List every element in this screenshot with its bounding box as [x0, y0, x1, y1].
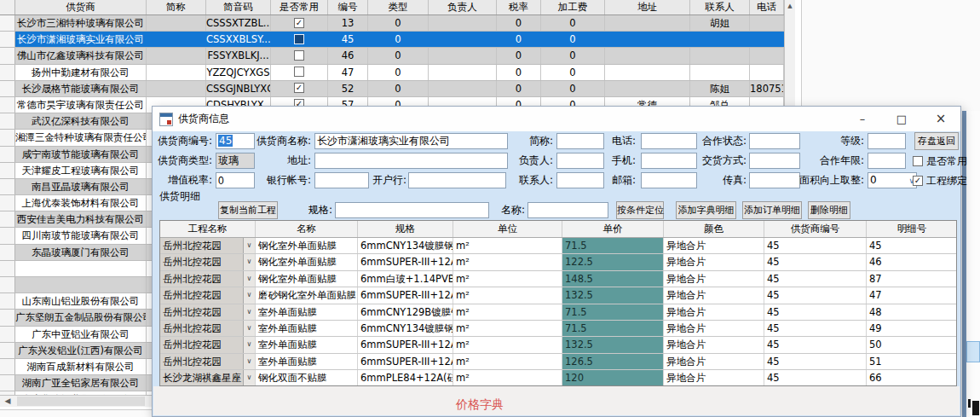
- common-checkbox-icon[interactable]: [294, 34, 304, 44]
- detail-column-header-spec[interactable]: 规格: [358, 221, 453, 237]
- combo-dropdown-icon[interactable]: ∨: [243, 271, 255, 287]
- delivery-method-field[interactable]: [749, 153, 800, 169]
- grade-field[interactable]: [868, 133, 906, 149]
- dialog-titlebar[interactable]: 供货商信息 – □ ×: [153, 107, 960, 131]
- detail-cell-project[interactable]: 岳州北控花园∨: [160, 321, 256, 336]
- column-header-8[interactable]: 加工费: [541, 0, 605, 14]
- detail-cell-project[interactable]: 岳州北控花园∨: [160, 254, 256, 269]
- column-header-7[interactable]: 税率: [497, 0, 541, 14]
- email-field[interactable]: [641, 172, 697, 188]
- address-label: 地址:: [280, 154, 311, 167]
- column-header-5[interactable]: 类型: [368, 0, 429, 14]
- cell-10: 胡姐: [690, 15, 750, 31]
- common-checkbox-icon[interactable]: [294, 50, 304, 61]
- detail-row[interactable]: 岳州北控花园∨钢化室外单面贴膜6mm白玻+1.14PVB+6mm...m²148…: [160, 271, 956, 287]
- locate-by-condition-button[interactable]: 按条件定位: [616, 201, 664, 219]
- detail-column-header-supplier-id[interactable]: 供货商编号: [764, 221, 867, 237]
- combo-dropdown-icon[interactable]: ∨: [243, 321, 255, 336]
- delete-detail-button[interactable]: 删除明细: [808, 201, 850, 219]
- detail-cell-project[interactable]: 岳州北控花园∨: [160, 271, 256, 287]
- vat-rate-field[interactable]: [216, 172, 255, 188]
- detail-row[interactable]: 岳州北控花园∨磨砂钢化室外单面贴膜6mmSUPER-III+12A(硅...m²…: [160, 287, 956, 304]
- detail-row[interactable]: 岳州北控花园∨室外单面贴膜6mmSUPER-III+12A(硅...m²126.…: [160, 354, 956, 370]
- common-checkbox-icon[interactable]: [294, 18, 304, 28]
- detail-cell-detail-id: 87: [867, 271, 957, 287]
- minimize-button[interactable]: –: [843, 107, 882, 131]
- coop-status-field[interactable]: [749, 133, 800, 149]
- combo-dropdown-icon[interactable]: ∨: [243, 354, 255, 369]
- detail-row[interactable]: 岳州北控花园∨室外单面贴膜6mmCNY134镀膜钢化m²71.5异地合片4549: [160, 321, 956, 337]
- detail-row[interactable]: 长沙龙湖祺鑫星座∨钢化双面不贴膜6mmPLE84+12A(硅酮胶...m²120…: [160, 370, 956, 386]
- column-header-10[interactable]: 联系人: [690, 0, 750, 14]
- coop-years-field[interactable]: [868, 153, 906, 169]
- detail-row[interactable]: 岳州北控花园∨钢化室外单面贴膜6mmCNY134镀膜钢化m²71.5异地合片45…: [160, 238, 956, 254]
- add-dict-detail-button[interactable]: 添加字典明细: [676, 201, 736, 219]
- scrollbar-thumb[interactable]: [17, 397, 145, 406]
- supplier-row[interactable]: 佛山市亿鑫玻璃科技有限公司FSSYXBLKJ...46000: [0, 48, 795, 64]
- detail-column-header-name[interactable]: 名称: [256, 221, 358, 237]
- short-name-field[interactable]: [556, 133, 604, 149]
- detail-column-header-price[interactable]: 单价: [562, 221, 664, 237]
- bank-branch-field[interactable]: [408, 172, 506, 188]
- supplier-type-field[interactable]: 玻璃: [216, 153, 255, 169]
- column-header-3[interactable]: 是否常用: [271, 0, 328, 14]
- contact-field[interactable]: [556, 172, 604, 188]
- supplier-row[interactable]: 扬州中勤建材有限公司YZZQJCYXGS47000: [0, 65, 795, 81]
- area-round-up-select[interactable]: 0 ∨: [868, 172, 917, 188]
- spec-filter-field[interactable]: [335, 202, 489, 218]
- address-field[interactable]: [314, 153, 508, 169]
- combo-dropdown-icon[interactable]: ∨: [243, 238, 255, 253]
- column-header-4[interactable]: 编号: [328, 0, 368, 14]
- detail-row[interactable]: 岳州北控花园∨室外单面贴膜6mmCNY129B镀膜钢化m²71.5异地合片454…: [160, 304, 956, 321]
- detail-cell-project[interactable]: 岳州北控花园∨: [160, 238, 256, 253]
- supplier-row[interactable]: 长沙市三湘特种玻璃有限公司CSSSXTZBL...13000胡姐: [0, 15, 795, 32]
- bank-account-field[interactable]: [314, 172, 369, 188]
- row-header-cell: [0, 48, 15, 63]
- project-bind-checkbox[interactable]: 工程绑定: [913, 174, 967, 188]
- scroll-left-icon[interactable]: ◀: [2, 396, 14, 407]
- detail-cell-project[interactable]: 岳州北控花园∨: [160, 337, 256, 352]
- checkbox-icon[interactable]: [913, 156, 923, 166]
- supplier-row[interactable]: 长沙市潇湘玻璃实业有限公司CSSXXBLSY...45000: [0, 32, 795, 48]
- column-header-0[interactable]: 供货商: [15, 0, 147, 14]
- detail-column-header-detail-id[interactable]: 明细号: [867, 221, 957, 237]
- name-filter-field[interactable]: [527, 202, 608, 218]
- detail-cell-project[interactable]: 长沙龙湖祺鑫星座∨: [160, 370, 256, 385]
- combo-dropdown-icon[interactable]: ∨: [243, 254, 255, 269]
- add-order-detail-button[interactable]: 添加订单明细: [742, 201, 802, 219]
- maximize-button[interactable]: □: [882, 107, 921, 131]
- column-header-9[interactable]: 地址: [605, 0, 690, 14]
- common-checkbox-icon[interactable]: [294, 83, 304, 93]
- combo-dropdown-icon[interactable]: ∨: [243, 287, 255, 303]
- detail-cell-project[interactable]: 岳州北控花园∨: [160, 287, 256, 303]
- background-window-button[interactable]: [966, 341, 980, 362]
- detail-row[interactable]: 岳州北控花园∨钢化室外单面贴膜6mmSUPER-III+12A(硅...m²12…: [160, 254, 956, 270]
- manager-field[interactable]: [556, 153, 604, 169]
- column-header-2[interactable]: 简音码: [206, 0, 271, 14]
- detail-column-header-color[interactable]: 颜色: [664, 221, 764, 237]
- column-header-6[interactable]: 负责人: [429, 0, 497, 14]
- save-return-button[interactable]: 存盘返回: [914, 132, 959, 150]
- phone-field[interactable]: [641, 133, 697, 149]
- column-header-11[interactable]: 电话: [750, 0, 784, 14]
- combo-dropdown-icon[interactable]: ∨: [243, 304, 255, 320]
- supplier-name-field[interactable]: [314, 133, 508, 149]
- checkbox-checked-icon[interactable]: [913, 176, 923, 186]
- supplier-row[interactable]: 长沙晟格节能玻璃有限公司CSSGJNBLYXGS52000陈姐180751: [0, 81, 795, 97]
- copy-current-project-button[interactable]: 复制当前工程: [218, 201, 278, 219]
- supplier-id-field[interactable]: 45: [216, 133, 255, 149]
- is-common-checkbox[interactable]: 是否常用: [913, 154, 967, 169]
- close-button[interactable]: ×: [921, 107, 960, 131]
- combo-dropdown-icon[interactable]: ∨: [243, 337, 255, 352]
- combo-dropdown-icon[interactable]: ∨: [243, 370, 255, 385]
- detail-row[interactable]: 岳州北控花园∨室外单面贴膜6mmSUPER-III+12A(硅...m²132.…: [160, 337, 956, 353]
- detail-cell-project[interactable]: 岳州北控花园∨: [160, 304, 256, 320]
- scroll-up-icon[interactable]: ▲: [785, 0, 795, 14]
- detail-cell-project[interactable]: 岳州北控花园∨: [160, 354, 256, 369]
- mobile-field[interactable]: [641, 153, 697, 169]
- common-checkbox-icon[interactable]: [294, 67, 304, 77]
- cell-4: 13: [328, 15, 368, 31]
- detail-column-header-unit[interactable]: 单位: [453, 221, 562, 237]
- column-header-1[interactable]: 简称: [147, 0, 206, 14]
- detail-column-header-project[interactable]: 工程名称: [160, 221, 256, 237]
